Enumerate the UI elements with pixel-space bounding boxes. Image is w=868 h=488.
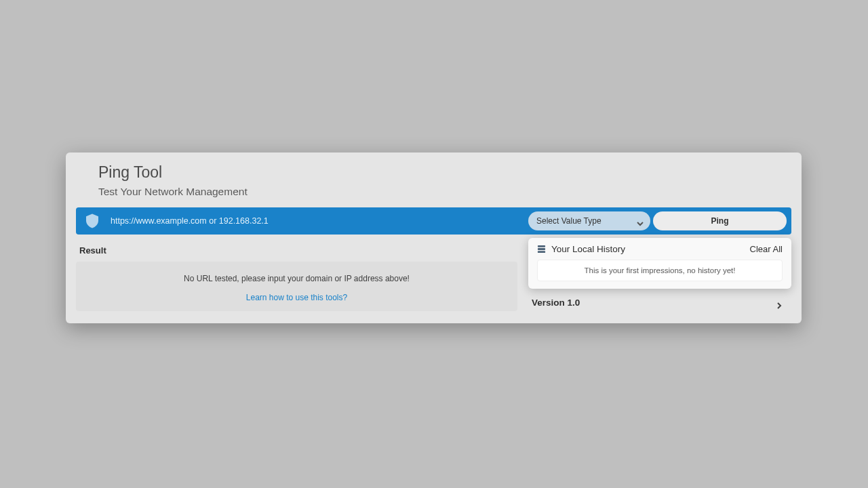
history-title: Your Local History	[551, 244, 750, 254]
lower-section: Result No URL tested, please input your …	[76, 244, 791, 311]
result-empty-text: No URL tested, please input your domain …	[83, 274, 511, 283]
learn-link[interactable]: Learn how to use this tools?	[246, 293, 347, 302]
history-card: Your Local History Clear All This is you…	[528, 238, 791, 289]
url-input[interactable]	[111, 207, 477, 235]
result-box: No URL tested, please input your domain …	[76, 262, 517, 311]
svg-rect-1	[538, 248, 545, 250]
right-column: Your Local History Clear All This is you…	[528, 244, 791, 311]
history-head: Your Local History Clear All	[537, 244, 783, 254]
header: Ping Tool Test Your Network Management	[76, 162, 791, 207]
result-column: Result No URL tested, please input your …	[76, 244, 517, 311]
version-row[interactable]: Version 1.0	[528, 289, 791, 308]
clear-all-button[interactable]: Clear All	[750, 244, 783, 254]
result-heading: Result	[76, 244, 517, 262]
version-label: Version 1.0	[532, 298, 776, 308]
tool-card: Ping Tool Test Your Network Management S…	[66, 152, 802, 323]
select-label: Select Value Type	[536, 216, 601, 226]
page-title: Ping Tool	[98, 162, 769, 183]
page-subtitle: Test Your Network Management	[98, 186, 769, 198]
value-type-select[interactable]: Select Value Type	[528, 211, 650, 230]
svg-rect-0	[538, 245, 545, 247]
history-empty-text: This is your first impressions, no histo…	[537, 260, 783, 281]
ping-button[interactable]: Ping	[653, 211, 787, 230]
svg-rect-2	[538, 251, 545, 253]
chevron-down-icon	[637, 218, 644, 224]
shield-icon	[76, 207, 108, 235]
search-bar: Select Value Type Ping	[76, 207, 791, 235]
chevron-right-icon	[776, 300, 783, 306]
layers-icon	[537, 245, 546, 253]
